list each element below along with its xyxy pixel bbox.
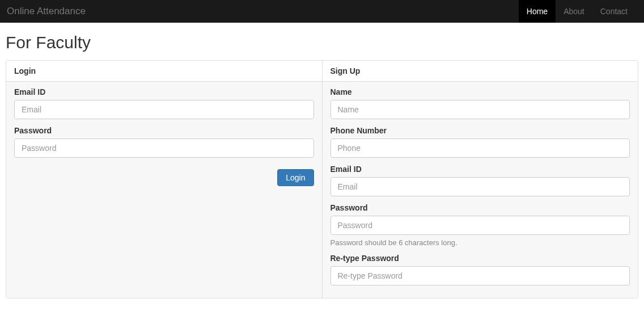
signup-repassword-group: Re-type Password xyxy=(331,254,630,285)
signup-repassword-label: Re-type Password xyxy=(331,254,630,263)
login-button[interactable]: Login xyxy=(277,169,313,186)
main-container: For Faculty Login Email ID Password Logi… xyxy=(0,23,644,299)
panel-row: Login Email ID Password Login Sign Up xyxy=(6,60,638,299)
navbar-brand[interactable]: Online Attendance xyxy=(7,0,86,23)
signup-email-input[interactable] xyxy=(331,177,630,196)
login-email-label: Email ID xyxy=(14,87,314,96)
signup-body: Name Phone Number Email ID Password Pass… xyxy=(323,82,638,298)
navbar: Online Attendance Home About Contact xyxy=(0,0,644,23)
signup-email-label: Email ID xyxy=(331,165,630,174)
login-heading: Login xyxy=(6,61,322,82)
login-panel: Login Email ID Password Login xyxy=(6,61,323,298)
signup-heading: Sign Up xyxy=(323,61,638,82)
signup-phone-input[interactable] xyxy=(331,138,630,158)
signup-repassword-input[interactable] xyxy=(331,266,630,285)
navbar-links: Home About Contact xyxy=(519,0,635,23)
signup-password-input[interactable] xyxy=(331,216,630,235)
signup-name-group: Name xyxy=(331,87,630,119)
login-email-group: Email ID xyxy=(14,87,314,119)
signup-password-help: Password should be 6 characters long. xyxy=(331,238,630,247)
nav-link-contact[interactable]: Contact xyxy=(592,0,635,23)
signup-phone-group: Phone Number xyxy=(331,126,630,158)
signup-password-group: Password Password should be 6 characters… xyxy=(331,203,630,247)
signup-name-label: Name xyxy=(331,87,630,96)
signup-panel: Sign Up Name Phone Number Email ID Passw… xyxy=(323,61,638,298)
login-password-label: Password xyxy=(14,126,314,135)
nav-link-home[interactable]: Home xyxy=(519,0,556,23)
login-password-group: Password xyxy=(14,126,314,158)
signup-password-label: Password xyxy=(331,203,630,212)
login-body: Email ID Password Login xyxy=(6,82,322,192)
login-email-input[interactable] xyxy=(14,100,314,119)
login-button-row: Login xyxy=(14,169,314,186)
signup-name-input[interactable] xyxy=(331,100,630,119)
page-title: For Faculty xyxy=(6,33,638,52)
signup-email-group: Email ID xyxy=(331,165,630,196)
login-password-input[interactable] xyxy=(14,138,314,158)
nav-link-about[interactable]: About xyxy=(556,0,592,23)
signup-phone-label: Phone Number xyxy=(331,126,630,135)
